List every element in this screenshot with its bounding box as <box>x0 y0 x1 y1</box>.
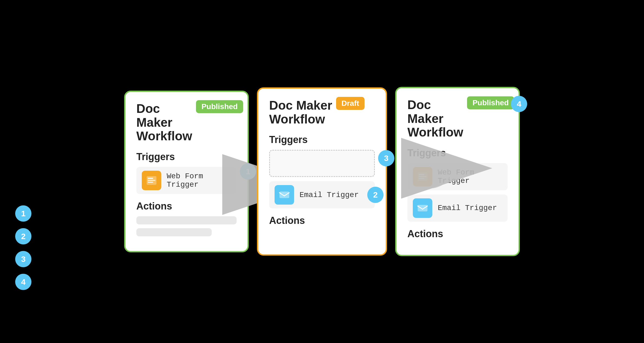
legend-item-4: 4 <box>15 274 31 290</box>
left-actions-label: Actions <box>136 201 237 212</box>
right-email-icon <box>413 198 432 218</box>
center-email-icon <box>275 185 294 205</box>
left-action-bar-1 <box>136 216 237 224</box>
right-card-title: Doc MakerWorkflow <box>407 98 463 139</box>
right-trigger-email: Email Trigger <box>407 195 508 222</box>
connector-badge-3: 3 <box>378 150 394 166</box>
connector-badge-1: 1 <box>240 163 256 180</box>
left-trigger-webform: Web Form Trigger <box>136 167 237 194</box>
right-trigger-webform: Web Form Trigger <box>407 163 508 190</box>
legend-item-1: 1 <box>15 205 31 222</box>
left-status-badge: Published <box>196 100 243 113</box>
left-webform-trigger-name: Web Form Trigger <box>167 172 231 189</box>
right-webform-icon <box>413 167 432 186</box>
left-action-bar-2 <box>136 228 212 236</box>
right-triggers-label: Triggers <box>407 147 508 159</box>
svg-rect-10 <box>418 205 427 211</box>
right-actions-label: Actions <box>407 228 508 240</box>
right-status-badge: Published <box>467 96 514 109</box>
center-workflow-card: Doc MakerWorkflow Draft Triggers Email T… <box>257 87 387 256</box>
center-triggers-label: Triggers <box>269 134 375 145</box>
legend: 1 2 3 4 <box>15 205 31 290</box>
center-email-trigger-name: Email Trigger <box>300 191 359 199</box>
svg-rect-5 <box>279 192 289 198</box>
center-status-badge: Draft <box>336 97 365 110</box>
left-card-title: Doc MakerWorkflow <box>136 102 192 143</box>
svg-rect-4 <box>148 182 153 183</box>
left-triggers-label: Triggers <box>136 151 237 163</box>
svg-rect-7 <box>419 174 424 175</box>
svg-rect-9 <box>419 178 424 179</box>
right-card-badge-4: 4 <box>511 96 527 112</box>
center-trigger-email: Email Trigger 2 <box>269 181 375 208</box>
right-webform-trigger-name: Web Form Trigger <box>438 168 502 185</box>
center-card-title: Doc MakerWorkflow <box>269 99 332 126</box>
center-trigger-placeholder <box>269 150 375 177</box>
trigger-badge-2: 2 <box>367 187 384 203</box>
left-workflow-card: Doc MakerWorkflow Published Triggers Web… <box>124 91 249 252</box>
center-actions-label: Actions <box>269 215 375 226</box>
legend-item-2: 2 <box>15 228 31 244</box>
right-workflow-card: 4 Doc MakerWorkflow Published Triggers W… <box>395 87 520 256</box>
right-email-trigger-name: Email Trigger <box>438 204 497 212</box>
svg-rect-2 <box>148 178 153 179</box>
svg-rect-3 <box>148 180 155 181</box>
left-webform-icon <box>142 171 161 190</box>
legend-item-3: 3 <box>15 251 31 267</box>
svg-rect-8 <box>419 176 426 177</box>
